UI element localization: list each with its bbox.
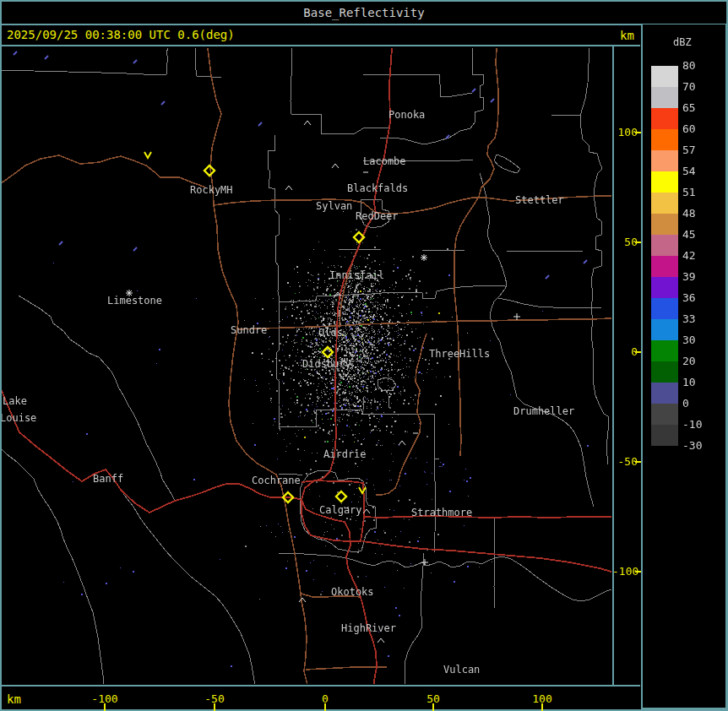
county-boundary-line: [405, 553, 424, 684]
timestamp-label: 2025/09/25 00:38:00 UTC 0.6(deg): [7, 28, 235, 41]
highway-road-line: [2, 387, 302, 513]
colorbar-block: [651, 66, 678, 87]
colorbar-label: 51: [682, 186, 696, 198]
graticule-mark: [133, 247, 137, 251]
wind-vee-marker: [359, 487, 366, 493]
city-label-threehills: ThreeHills: [429, 348, 490, 360]
secondary-road-line: [238, 318, 611, 329]
graticule-mark: [584, 260, 587, 263]
city-label-blackfalds: Blackfalds: [347, 182, 408, 194]
graticule-mark: [161, 101, 165, 105]
graticule-mark: [45, 56, 48, 59]
radar-site-diamond-marker[interactable]: [336, 491, 346, 502]
colorbar-block: [651, 319, 678, 340]
town-peak-marker: [304, 121, 311, 125]
city-label-reddeer: RedDeer: [356, 210, 399, 222]
colorbar-label: 10: [682, 376, 696, 388]
county-boundary-line: [480, 173, 594, 507]
highway-road-line: [364, 516, 611, 518]
county-boundary-line: [19, 296, 175, 501]
colorbar-label: 57: [682, 144, 696, 156]
colorbar-label: 65: [682, 101, 696, 114]
town-peak-marker: [421, 254, 427, 261]
city-label-lacombe: Lacombe: [363, 155, 406, 167]
colorbar-block: [651, 425, 678, 446]
right-axis-tick-label: -50: [612, 455, 638, 468]
city-label-vulcan: Vulcan: [443, 664, 480, 676]
colorbar-block: [651, 129, 678, 150]
right-axis-tick-label: 50: [612, 236, 638, 248]
town-peak-marker: [332, 164, 339, 168]
colorbar-block: [651, 256, 678, 277]
colorbar-label: 20: [682, 355, 696, 367]
wind-vee-marker: [144, 152, 151, 158]
city-label-cochrane: Cochrane: [252, 475, 301, 486]
county-boundary-line: [494, 155, 520, 173]
radar-site-diamond-marker[interactable]: [204, 166, 215, 176]
colorbar-block: [651, 150, 678, 171]
town-peak-marker: [399, 441, 405, 445]
map-overlay: PonokaLacombeBlackfaldsSylvanRedDeerStet…: [2, 46, 611, 684]
town-peak-marker: [285, 186, 292, 190]
city-label-ponoka: Ponoka: [388, 109, 425, 121]
county-boundary-line: [166, 48, 168, 74]
city-label-innisfail: Innisfail: [329, 269, 384, 281]
county-boundary-line: [338, 249, 583, 251]
county-boundary-line: [279, 553, 331, 556]
city-label-highriver: HighRiver: [341, 622, 396, 634]
city-label-rockymh: RockyMH: [190, 184, 233, 196]
city-label-stettler: Stettler: [515, 194, 564, 206]
county-boundary-line: [279, 285, 505, 301]
colorbar-block: [651, 277, 678, 298]
radar-site-diamond-marker[interactable]: [323, 347, 333, 357]
right-axis-tick-label: -100: [612, 565, 638, 578]
colorbar-label: 36: [682, 291, 696, 304]
colorbar-block: [651, 193, 678, 214]
colorbar-block: [651, 383, 678, 404]
window-title: Base_Reflectivity: [303, 6, 424, 19]
colorbar-label: 48: [682, 207, 696, 220]
colorbar-block: [651, 171, 678, 193]
city-label-limestone: Limestone: [107, 295, 162, 307]
graticule-mark: [472, 89, 475, 92]
colorbar-block: [651, 298, 678, 319]
colorbar-label: 30: [682, 334, 696, 346]
bottom-axis-unit-label: km: [7, 692, 21, 706]
colorbar-label: 45: [682, 228, 696, 241]
radar-window: Base_Reflectivity 2025/09/25 00:38:00 UT…: [0, 0, 728, 711]
county-boundary-line: [2, 448, 104, 684]
county-boundary-line: [378, 377, 396, 391]
county-boundary-line: [580, 48, 608, 464]
secondary-road-line: [2, 155, 205, 187]
bottom-axis-tick: [541, 703, 543, 711]
right-axis-unit-label: km: [620, 29, 634, 42]
county-boundary-line: [291, 48, 388, 133]
city-label-banff: Banff: [93, 473, 123, 485]
colorbar-label: 42: [682, 249, 696, 262]
colorbar-label: -30: [682, 439, 702, 452]
county-boundary-line: [2, 70, 166, 74]
city-label-olds: Olds: [318, 327, 343, 339]
bottom-axis-tick: [432, 703, 434, 711]
graticule-mark: [546, 275, 549, 279]
graticule-mark: [14, 52, 17, 55]
city-label-sundre: Sundre: [231, 324, 267, 336]
colorbar-label: -10: [682, 418, 702, 431]
colorbar-label: 39: [682, 270, 696, 283]
colorbar-panel: dBZ 807065605754514845423936333020100-10…: [641, 24, 727, 709]
county-boundary-line: [380, 48, 484, 144]
colorbar-label: 80: [682, 59, 696, 72]
colorbar-title: dBZ: [673, 36, 692, 48]
county-boundary-line: [268, 135, 280, 431]
map-border-right: [612, 45, 614, 685]
radar-map[interactable]: PonokaLacombeBlackfaldsSylvanRedDeerStet…: [2, 46, 611, 684]
colorbar-label: 33: [682, 312, 696, 325]
colorbar-label: 60: [682, 122, 696, 135]
town-peak-marker: [299, 598, 306, 602]
title-bar[interactable]: Base_Reflectivity: [0, 2, 728, 24]
right-axis-tick-label: 100: [612, 126, 638, 138]
city-label-louise: Louise: [2, 412, 36, 424]
colorbar-label: 0: [682, 397, 689, 410]
colorbar-block: [651, 340, 678, 361]
secondary-road-line: [306, 667, 387, 670]
